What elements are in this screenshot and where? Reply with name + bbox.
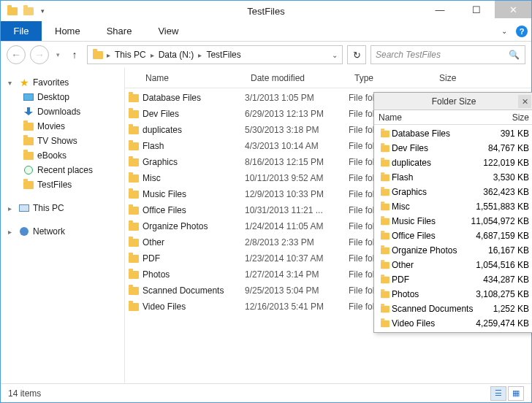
folder-size-row[interactable]: Graphics362,423 KB (374, 185, 532, 199)
tab-view[interactable]: View (145, 21, 191, 41)
folder-icon (379, 276, 392, 284)
sidebar-item-this-pc[interactable]: ▸ This PC (4, 201, 121, 215)
file-name: Flash (142, 141, 245, 151)
file-name: Music Files (142, 189, 245, 199)
fs-name: Dev Files (392, 143, 485, 153)
fs-size: 4,687,159 KB (473, 231, 529, 241)
folder-size-row[interactable]: PDF434,287 KB (374, 272, 532, 287)
column-size[interactable]: Size (433, 73, 531, 83)
status-bar: 14 items ☰ ▦ (1, 383, 531, 402)
chevron-right-icon[interactable]: ▸ (105, 51, 112, 59)
expand-icon[interactable]: ▸ (8, 228, 15, 236)
folder-size-row[interactable]: Scanned Documents1,252 KB (374, 302, 532, 316)
chevron-right-icon[interactable]: ▸ (197, 51, 203, 59)
folder-size-row[interactable]: Video Files4,259,474 KB (374, 316, 532, 331)
search-input[interactable]: Search TestFiles 🔍 (370, 45, 525, 64)
sidebar-item-downloads[interactable]: Downloads (4, 104, 121, 119)
chevron-right-icon[interactable]: ▸ (149, 51, 156, 59)
sidebar-item-desktop[interactable]: Desktop (4, 90, 121, 104)
sidebar-item-recent[interactable]: Recent places (4, 163, 121, 177)
collapse-ribbon-icon[interactable]: ⌄ (496, 21, 512, 41)
fs-size: 434,287 KB (480, 275, 529, 285)
forward-button[interactable]: → (30, 45, 49, 64)
column-date[interactable]: Date modified (245, 73, 349, 83)
favorites-header[interactable]: ▾ ★ Favorites (4, 75, 121, 90)
history-dropdown-icon[interactable]: ▾ (53, 51, 62, 58)
fs-col-name[interactable]: Name (379, 112, 512, 123)
folder-size-row[interactable]: Photos3,108,275 KB (374, 287, 532, 302)
minimize-button[interactable]: — (422, 1, 458, 18)
folder-icon (125, 287, 142, 295)
folder-icon (379, 130, 392, 138)
folder-icon (379, 261, 392, 269)
fs-name: Organize Photos (392, 245, 485, 256)
properties-icon[interactable] (5, 4, 20, 18)
quick-access-toolbar: ▾ (1, 4, 48, 18)
file-name: Organize Photos (142, 221, 245, 231)
fs-name: Video Files (392, 318, 473, 329)
folder-size-row[interactable]: Office Files4,687,159 KB (374, 229, 532, 243)
file-name: Graphics (142, 157, 245, 167)
fs-size: 11,054,972 KB (468, 216, 529, 226)
address-bar[interactable]: ▸ This PC ▸ Data (N:) ▸ TestFiles ⌄ (87, 45, 343, 64)
column-type[interactable]: Type (349, 73, 433, 83)
folder-size-row[interactable]: Flash3,530 KB (374, 170, 532, 185)
folder-size-popup: Folder Size ✕ Name Size Database Files39… (373, 92, 532, 333)
up-button[interactable]: ↑ (66, 47, 83, 63)
help-button[interactable]: ? (512, 21, 531, 41)
folder-size-row[interactable]: Music Files11,054,972 KB (374, 214, 532, 229)
folder-size-row[interactable]: Dev Files84,767 KB (374, 141, 532, 156)
file-date: 3/1/2013 1:05 PM (245, 93, 349, 103)
sidebar-item-ebooks[interactable]: eBooks (4, 148, 121, 163)
folder-size-row[interactable]: Database Files391 KB (374, 126, 532, 141)
folder-icon (125, 255, 142, 263)
location-folder-icon (91, 51, 105, 59)
expand-icon[interactable]: ▸ (8, 204, 15, 212)
collapse-icon[interactable]: ▾ (8, 79, 15, 87)
folder-size-row[interactable]: Organize Photos16,167 KB (374, 243, 532, 258)
folder-size-title-bar[interactable]: Folder Size ✕ (374, 93, 532, 110)
address-dropdown-icon[interactable]: ⌄ (327, 51, 342, 59)
folder-size-row[interactable]: Misc1,551,883 KB (374, 199, 532, 214)
crumb-this-pc[interactable]: This PC (112, 50, 149, 60)
file-tab[interactable]: File (1, 21, 42, 41)
sidebar-item-movies[interactable]: Movies (4, 119, 121, 134)
folder-size-list: Database Files391 KBDev Files84,767 KBdu… (374, 125, 532, 332)
fs-col-size[interactable]: Size (512, 112, 529, 123)
explorer-window: ▾ TestFiles — ☐ ✕ File Home Share View ⌄… (0, 0, 532, 403)
file-date: 1/23/2014 10:37 AM (245, 253, 349, 264)
folder-icon (379, 203, 392, 211)
file-date: 10/11/2013 9:52 AM (245, 173, 349, 183)
folder-icon (125, 239, 142, 247)
downloads-icon (23, 106, 34, 118)
details-view-button[interactable]: ☰ (490, 386, 506, 401)
crumb-drive[interactable]: Data (N:) (156, 50, 197, 60)
help-icon: ? (516, 26, 528, 37)
fs-name: duplicates (392, 158, 480, 168)
sidebar-item-testfiles[interactable]: TestFiles (4, 177, 121, 192)
refresh-button[interactable]: ↻ (347, 45, 366, 64)
file-date: 1/27/2014 3:14 PM (245, 269, 349, 280)
folder-icon (125, 94, 142, 102)
folder-size-row[interactable]: Other1,054,516 KB (374, 258, 532, 272)
sidebar-item-network[interactable]: ▸ Network (4, 224, 121, 239)
back-button[interactable]: ← (7, 45, 26, 64)
desktop-icon (23, 91, 34, 103)
folder-size-close-button[interactable]: ✕ (518, 95, 531, 108)
qat-dropdown-icon[interactable]: ▾ (37, 4, 48, 18)
new-folder-icon[interactable] (21, 4, 36, 18)
sidebar-item-tvshows[interactable]: TV Shows (4, 134, 121, 148)
folder-icon (379, 320, 392, 328)
tab-share[interactable]: Share (94, 21, 145, 41)
close-button[interactable]: ✕ (495, 1, 531, 18)
folder-size-row[interactable]: duplicates122,019 KB (374, 156, 532, 170)
fs-name: Graphics (392, 187, 480, 197)
maximize-button[interactable]: ☐ (458, 1, 495, 18)
folder-icon (379, 145, 392, 153)
tab-home[interactable]: Home (42, 21, 94, 41)
crumb-folder[interactable]: TestFiles (203, 50, 243, 60)
column-name[interactable]: Name (125, 73, 245, 83)
folder-icon (379, 159, 392, 167)
thumbnails-view-button[interactable]: ▦ (508, 386, 524, 401)
file-name: Scanned Documents (142, 285, 245, 296)
